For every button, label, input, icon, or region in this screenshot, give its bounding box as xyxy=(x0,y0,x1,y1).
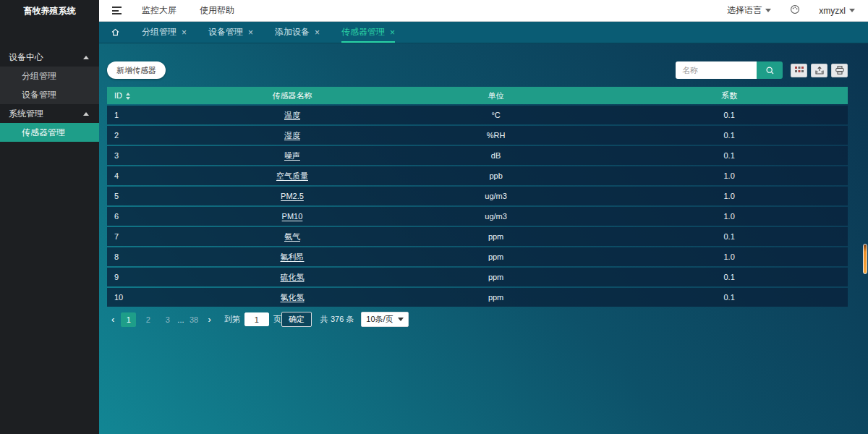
vertical-scrollbar-thumb[interactable] xyxy=(863,244,867,274)
close-icon[interactable]: × xyxy=(390,28,395,37)
column-header-sensor-name: 传感器名称 xyxy=(203,87,381,104)
cell-coefficient: 0.1 xyxy=(610,288,848,307)
print-button[interactable] xyxy=(831,64,848,77)
close-icon[interactable]: × xyxy=(248,28,253,37)
sidebar-group-system-management[interactable]: 系统管理 xyxy=(0,104,99,123)
sidebar-item-group-management[interactable]: 分组管理 xyxy=(0,67,99,85)
goto-page-group: 到第 页 xyxy=(224,312,281,326)
sidebar-menu: 设备中心 分组管理 设备管理 系统管理 传感器管理 xyxy=(0,48,99,142)
search-input[interactable] xyxy=(676,61,757,79)
cell-coefficient: 1.0 xyxy=(610,166,848,185)
confirm-button[interactable]: 确定 xyxy=(281,312,312,327)
sidebar-item-sensor-management[interactable]: 传感器管理 xyxy=(0,123,99,142)
table-row: 4空气质量ppb1.0 xyxy=(107,166,848,185)
tab-device-management[interactable]: 设备管理 × xyxy=(208,22,253,43)
navbar-right: 选择语言 xmyzxl xyxy=(727,4,855,17)
submenu-system-management: 传感器管理 xyxy=(0,123,99,142)
page-number-3[interactable]: 3 xyxy=(160,312,175,327)
cell-unit: ppb xyxy=(381,166,610,185)
sidebar-group-device-center[interactable]: 设备中心 xyxy=(0,48,99,67)
cell-id: 8 xyxy=(107,247,203,266)
page-size-select[interactable]: 10条/页 xyxy=(361,312,408,327)
sensor-name-link[interactable]: 噪声 xyxy=(203,146,381,165)
sensor-name-link[interactable]: 氯化氢 xyxy=(203,288,381,307)
chevron-down-icon xyxy=(765,9,771,12)
column-header-unit: 单位 xyxy=(381,87,610,104)
nav-link-help[interactable]: 使用帮助 xyxy=(200,4,234,17)
sensor-name-link[interactable]: 湿度 xyxy=(203,126,381,145)
tab-add-device[interactable]: 添加设备 × xyxy=(275,22,320,43)
tab-group-management[interactable]: 分组管理 × xyxy=(142,22,187,43)
theme-palette-icon[interactable] xyxy=(790,4,800,17)
cell-unit: ppm xyxy=(381,268,610,286)
nav-link-monitor-screen[interactable]: 监控大屏 xyxy=(142,4,176,17)
cell-coefficient: 0.1 xyxy=(610,227,848,246)
sensor-name-link[interactable]: 氟利昂 xyxy=(203,247,381,266)
submenu-device-center: 分组管理 设备管理 xyxy=(0,67,99,104)
app-root: 畜牧养殖系统 设备中心 分组管理 设备管理 系统管理 传感器管理 xyxy=(0,0,868,434)
add-sensor-button[interactable]: 新增传感器 xyxy=(107,61,166,79)
sidebar-toggle-icon[interactable] xyxy=(112,7,122,14)
top-navbar: 监控大屏 使用帮助 选择语言 xmyzxl xyxy=(99,0,868,22)
user-menu[interactable]: xmyzxl xyxy=(819,6,855,16)
app-title: 畜牧养殖系统 xyxy=(0,0,99,22)
cell-id: 1 xyxy=(107,106,203,124)
close-icon[interactable]: × xyxy=(182,28,187,37)
column-display-button[interactable] xyxy=(791,64,807,77)
sensor-name-link[interactable]: 空气质量 xyxy=(203,166,381,185)
language-select[interactable]: 选择语言 xyxy=(727,4,771,17)
cell-id: 10 xyxy=(107,288,203,307)
sensor-table-body: 1温度°C0.12湿度%RH0.13噪声dB0.14空气质量ppb1.05PM2… xyxy=(107,106,848,307)
table-row: 10氯化氢ppm0.1 xyxy=(107,288,848,307)
sensor-name-link[interactable]: PM10 xyxy=(203,207,381,226)
page-number-1[interactable]: 1 xyxy=(121,312,136,327)
page-number-38[interactable]: 38 xyxy=(187,312,202,327)
tab-sensor-management[interactable]: 传感器管理 × xyxy=(341,22,395,43)
close-icon[interactable]: × xyxy=(315,28,320,37)
cell-coefficient: 0.1 xyxy=(610,146,848,165)
cell-id: 3 xyxy=(107,146,203,165)
cell-id: 6 xyxy=(107,207,203,226)
home-icon xyxy=(111,27,120,37)
prev-page-button[interactable]: ‹ xyxy=(107,314,119,325)
sidebar: 畜牧养殖系统 设备中心 分组管理 设备管理 系统管理 传感器管理 xyxy=(0,0,99,434)
chevron-down-icon xyxy=(849,9,855,12)
export-button[interactable] xyxy=(811,64,827,77)
sensor-name-link[interactable]: 温度 xyxy=(203,106,381,124)
page-ellipsis[interactable]: ... xyxy=(177,315,184,324)
page-number-2[interactable]: 2 xyxy=(140,312,156,327)
table-row: 8氟利昂ppm1.0 xyxy=(107,247,848,266)
cell-unit: ug/m3 xyxy=(381,187,610,205)
home-tab[interactable] xyxy=(111,27,120,37)
cell-unit: dB xyxy=(381,146,610,165)
sensor-name-link[interactable]: 硫化氢 xyxy=(203,268,381,286)
chevron-down-icon xyxy=(398,318,404,321)
sensor-name-link[interactable]: 氨气 xyxy=(203,227,381,246)
cell-unit: °C xyxy=(381,106,610,124)
content-panel: 新增传感器 xyxy=(99,43,868,434)
search-icon xyxy=(765,66,775,75)
cell-coefficient: 1.0 xyxy=(610,187,848,205)
sensor-name-link[interactable]: PM2.5 xyxy=(203,187,381,205)
grid-columns-icon xyxy=(795,67,804,74)
sensor-table: ID 传感器名称 单位 系数 1温度°C0.12湿度%RH0.13噪声dB0.1… xyxy=(107,85,848,308)
cell-unit: ppm xyxy=(381,288,610,307)
printer-icon xyxy=(835,66,844,75)
pagination: ‹ 1 2 3 ... 38 › 到第 页 确定 共 376 条 10条/页 xyxy=(107,312,848,327)
sort-icon[interactable] xyxy=(126,93,130,100)
page-word: 页 xyxy=(273,314,281,325)
next-page-button[interactable]: › xyxy=(204,314,216,325)
collapse-arrow-icon xyxy=(83,112,89,116)
main-area: 监控大屏 使用帮助 选择语言 xmyzxl xyxy=(99,0,868,434)
collapse-arrow-icon xyxy=(83,56,89,59)
table-row: 5PM2.5ug/m31.0 xyxy=(107,187,848,205)
goto-page-input[interactable] xyxy=(244,312,269,326)
sidebar-item-device-management[interactable]: 设备管理 xyxy=(0,85,99,104)
cell-id: 7 xyxy=(107,227,203,246)
column-header-id[interactable]: ID xyxy=(107,87,203,104)
search-button[interactable] xyxy=(757,61,783,79)
cell-id: 4 xyxy=(107,166,203,185)
header-row: ID 传感器名称 单位 系数 xyxy=(107,87,848,104)
cell-unit: ppm xyxy=(381,247,610,266)
cell-unit: %RH xyxy=(381,126,610,145)
